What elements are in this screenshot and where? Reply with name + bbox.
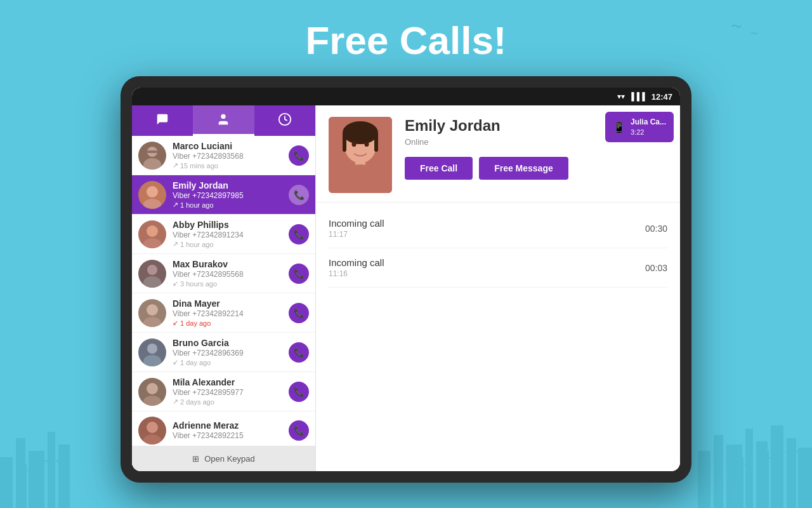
contact-info-abby: Abby Phillips Viber +72342891234 ↗1 hour… <box>173 220 284 248</box>
svg-point-50 <box>365 142 369 147</box>
contact-time-marco: ↗15 mins ago <box>173 161 284 170</box>
action-buttons: Free Call Free Message <box>405 157 667 180</box>
svg-rect-8 <box>43 460 60 462</box>
contact-info-max: Max Burakov Viber +72342895568 ↙3 hours … <box>173 259 284 288</box>
tab-contacts[interactable] <box>193 105 254 136</box>
phone-icon-max: 📞 <box>294 269 304 279</box>
svg-point-36 <box>147 344 157 354</box>
contact-item-bruno[interactable]: Bruno Garcia Viber +72342896369 ↙1 day a… <box>132 333 315 372</box>
right-panel: 📱 Julia Ca... 3:22 <box>316 105 680 471</box>
contact-item-dina[interactable]: Dina Mayer Viber +72342892214 ↙1 day ago… <box>132 293 315 333</box>
contacts-icon <box>216 112 230 130</box>
avatar-adrienne <box>138 417 166 444</box>
app-area: Marco Luciani Viber +72342893568 ↗15 min… <box>132 105 680 471</box>
contact-name-adrienne: Adrienne Meraz <box>173 420 284 431</box>
page-title: Free Calls! <box>305 18 506 63</box>
call-type-1: Incoming call <box>329 218 384 229</box>
call-type-2: Incoming call <box>329 257 384 268</box>
svg-rect-12 <box>745 429 753 508</box>
svg-rect-21 <box>760 457 776 458</box>
contact-item-emily[interactable]: Emily Jordan Viber +72342897985 ↗1 hour … <box>132 175 315 215</box>
popup-call-time: 3:22 <box>631 128 666 137</box>
contact-number-marco: Viber +72342893568 <box>173 152 284 161</box>
call-duration-2: 00:03 <box>645 263 667 273</box>
call-button-emily[interactable]: 📞 <box>289 185 309 205</box>
avatar-bruno <box>138 338 166 366</box>
contact-item-mila[interactable]: Mila Alexander Viber +72342895977 ↗2 day… <box>132 372 315 411</box>
svg-point-33 <box>143 276 161 288</box>
popup-caller-name: Julia Ca... <box>631 117 666 128</box>
avatar-mila <box>138 378 166 406</box>
contact-time-abby: ↗1 hour ago <box>173 240 284 248</box>
contact-info-emily: Emily Jordan Viber +72342897985 ↗1 hour … <box>173 180 284 209</box>
phone-icon-mila: 📞 <box>294 387 304 397</box>
tab-chat[interactable] <box>132 105 193 136</box>
incoming-call-popup[interactable]: 📱 Julia Ca... 3:22 <box>605 112 674 142</box>
signal-icon: ▐▐▐ <box>629 92 645 101</box>
svg-rect-45 <box>343 133 346 152</box>
contact-number-max: Viber +72342895568 <box>173 270 284 279</box>
contact-name-abby: Abby Phillips <box>173 220 284 230</box>
svg-rect-46 <box>374 133 378 152</box>
contact-name-max: Max Burakov <box>173 259 284 269</box>
avatar-emily <box>138 181 166 209</box>
svg-point-40 <box>147 422 158 433</box>
call-button-bruno[interactable]: 📞 <box>289 342 309 363</box>
contact-info-marco: Marco Luciani Viber +72342893568 ↗15 min… <box>173 141 284 170</box>
contact-name-bruno: Bruno Garcia <box>173 338 284 348</box>
call-time-1: 11:17 <box>329 230 384 239</box>
contact-number-dina: Viber +72342892214 <box>173 309 284 318</box>
phone-icon-marco: 📞 <box>294 150 304 161</box>
call-duration-1: 00:30 <box>645 224 667 234</box>
avatar-abby <box>138 220 166 248</box>
svg-rect-13 <box>756 441 768 508</box>
call-button-mila[interactable]: 📞 <box>289 382 309 402</box>
status-bar: ▾▾ ▐▐▐ 12:47 <box>132 88 680 105</box>
tablet-device: ▾▾ ▐▐▐ 12:47 <box>121 76 691 483</box>
svg-point-41 <box>143 434 161 444</box>
contact-item-marco[interactable]: Marco Luciani Viber +72342893568 ↗15 min… <box>132 136 315 175</box>
call-button-marco[interactable]: 📞 <box>289 145 309 166</box>
clock-icon <box>278 112 292 130</box>
svg-point-34 <box>147 304 158 316</box>
svg-rect-9 <box>698 451 710 508</box>
call-button-adrienne[interactable]: 📞 <box>289 420 309 441</box>
svg-rect-16 <box>798 448 812 508</box>
contact-item-adrienne[interactable]: Adrienne Meraz Viber +72342892215 📞 <box>132 411 315 446</box>
svg-point-39 <box>143 396 161 406</box>
time-display: 12:47 <box>652 92 672 102</box>
contact-name-dina: Dina Mayer <box>173 298 284 309</box>
call-entry-1: Incoming call 11:17 00:30 <box>329 209 667 248</box>
svg-point-26 <box>143 158 161 170</box>
phone-icon-emily: 📞 <box>294 190 304 200</box>
tab-bar <box>132 105 315 136</box>
contact-item-max[interactable]: Max Burakov Viber +72342895568 ↙3 hours … <box>132 254 315 293</box>
contact-number-bruno: Viber +72342896369 <box>173 349 284 358</box>
tablet-screen: ▾▾ ▐▐▐ 12:47 <box>132 88 680 471</box>
tab-recent[interactable] <box>254 105 315 136</box>
svg-point-29 <box>143 199 161 209</box>
call-entry-2: Incoming call 11:16 00:03 <box>329 248 667 288</box>
call-button-max[interactable]: 📞 <box>289 264 309 284</box>
contact-name-emily: Emily Jordan <box>173 180 284 190</box>
contact-item-abby[interactable]: Abby Phillips Viber +72342891234 ↗1 hour… <box>132 215 315 254</box>
call-button-dina[interactable]: 📞 <box>289 303 309 323</box>
contact-time-max: ↙3 hours ago <box>173 279 284 288</box>
call-entry-2-left: Incoming call 11:16 <box>329 257 384 278</box>
free-message-button[interactable]: Free Message <box>479 157 568 180</box>
chat-icon <box>155 112 169 130</box>
free-call-button[interactable]: Free Call <box>405 157 473 180</box>
keypad-bar[interactable]: ⊞ Open Keypad <box>132 446 315 471</box>
svg-point-30 <box>147 225 158 237</box>
phone-icon-dina: 📞 <box>294 308 304 318</box>
svg-rect-22 <box>785 451 802 452</box>
contact-info-bruno: Bruno Garcia Viber +72342896369 ↙1 day a… <box>173 338 284 366</box>
svg-point-35 <box>143 317 161 327</box>
call-button-abby[interactable]: 📞 <box>289 224 309 244</box>
contact-info-mila: Mila Alexander Viber +72342895977 ↗2 day… <box>173 377 284 406</box>
contact-time-emily: ↗1 hour ago <box>173 201 284 209</box>
selected-contact-photo <box>329 117 392 193</box>
svg-rect-11 <box>726 444 742 508</box>
avatar-dina <box>138 299 166 327</box>
svg-rect-4 <box>58 444 70 508</box>
